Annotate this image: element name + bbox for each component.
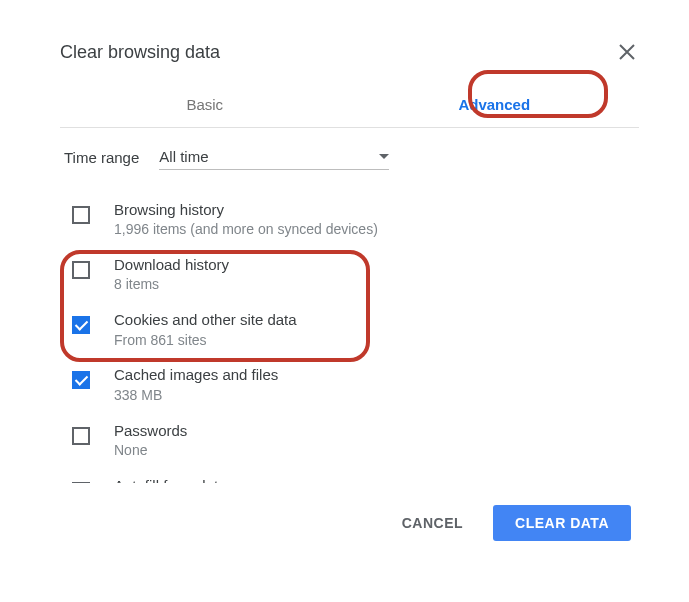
chevron-down-icon [379,154,389,159]
checkbox-cached[interactable] [72,371,90,389]
item-title: Download history [114,255,229,275]
item-browsing-history: Browsing history 1,996 items (and more o… [60,194,639,245]
dialog-header: Clear browsing data [60,40,639,64]
checkbox-download-history[interactable] [72,261,90,279]
tabs-container: Basic Advanced [60,82,639,128]
close-icon [618,43,636,61]
item-passwords: Passwords None [60,415,639,466]
options-scroll-area[interactable]: Time range All time Browsing history 1,9… [60,128,639,483]
dialog-footer: Cancel Clear data [60,483,639,541]
time-range-value: All time [159,148,379,165]
checkbox-cookies[interactable] [72,316,90,334]
tab-advanced[interactable]: Advanced [350,82,640,127]
time-range-select[interactable]: All time [159,144,389,170]
item-sub: 338 MB [114,386,278,405]
item-title: Browsing history [114,200,378,220]
item-cookies: Cookies and other site data From 861 sit… [60,304,639,355]
item-title: Cached images and files [114,365,278,385]
item-sub: 1,996 items (and more on synced devices) [114,220,378,239]
item-sub: 8 items [114,275,229,294]
close-button[interactable] [615,40,639,64]
item-title: Cookies and other site data [114,310,297,330]
dialog-title: Clear browsing data [60,42,220,63]
item-title: Passwords [114,421,187,441]
item-cached: Cached images and files 338 MB [60,359,639,410]
cancel-button[interactable]: Cancel [384,505,481,541]
item-title: Autofill form data [114,476,227,483]
items-wrap: Browsing history 1,996 items (and more o… [60,194,639,483]
tab-basic[interactable]: Basic [60,82,350,127]
clear-data-button[interactable]: Clear data [493,505,631,541]
checkbox-autofill[interactable] [72,482,90,483]
item-sub: None [114,441,187,460]
checkbox-browsing-history[interactable] [72,206,90,224]
checkbox-passwords[interactable] [72,427,90,445]
item-download-history: Download history 8 items [60,249,639,300]
clear-browsing-data-dialog: Clear browsing data Basic Advanced Time … [0,0,689,571]
time-range-row: Time range All time [60,144,639,170]
time-range-label: Time range [64,149,139,166]
item-autofill: Autofill form data [60,470,639,483]
item-sub: From 861 sites [114,331,297,350]
